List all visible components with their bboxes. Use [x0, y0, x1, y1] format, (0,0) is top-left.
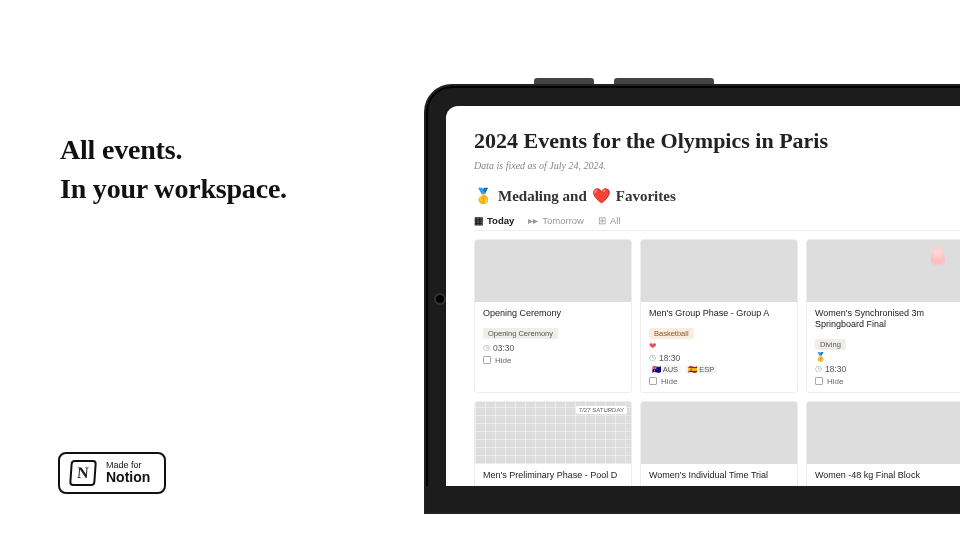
event-card[interactable]: Women's Individual Time Trial Cycling Ro… [640, 401, 798, 486]
ipad-device: 2024 Events for the Olympics in Paris Da… [424, 84, 960, 514]
event-card[interactable]: 7/27 SATURDAY Men's Preliminary Phase - … [474, 401, 632, 486]
card-title: Women's Individual Time Trial [649, 470, 789, 481]
card-time: 18:30 [649, 353, 789, 363]
gallery-icon: ▦ [474, 215, 483, 226]
event-card[interactable]: Women's Synchronised 3m Springboard Fina… [806, 239, 960, 393]
medal-icon: 🥇 [474, 187, 493, 205]
card-thumbnail [807, 402, 960, 464]
tab-all[interactable]: ⊞ All [598, 215, 621, 226]
notion-page: 2024 Events for the Olympics in Paris Da… [446, 106, 960, 486]
event-card[interactable]: Men's Group Phase - Group A Basketball ❤… [640, 239, 798, 393]
card-title: Men's Preliminary Phase - Pool D [483, 470, 623, 481]
card-thumbnail [807, 240, 960, 302]
flag-chip: 🇪🇸 ESP [685, 365, 717, 374]
flag-chip: 🇦🇺 AUS [649, 365, 681, 374]
card-thumbnail: 7/27 SATURDAY [475, 402, 631, 464]
event-card[interactable]: Women -48 kg Final Block Judo 🥇 23:30 [806, 401, 960, 486]
favorite-heart-icon: ❤ [649, 342, 789, 351]
notion-logo-icon: N [69, 460, 97, 486]
tab-label: All [610, 215, 621, 226]
section-text-1: Medaling and [498, 188, 587, 205]
hide-checkbox[interactable]: Hide [483, 356, 623, 365]
card-thumbnail [475, 240, 631, 302]
card-title: Men's Group Phase - Group A [649, 308, 789, 319]
tab-label: Tomorrow [542, 215, 584, 226]
sport-pill: Diving [815, 339, 846, 350]
made-for-notion-badge: N Made for Notion [58, 452, 166, 494]
medal-icon: 🥇 [815, 353, 955, 362]
hide-checkbox[interactable]: Hide [649, 377, 789, 386]
view-tabs: ▦ Today ▸▸ Tomorrow ⊞ All [474, 215, 960, 231]
section-text-2: Favorites [616, 188, 676, 205]
headline-line-2: In your workspace. [60, 169, 287, 208]
grid-icon: ⊞ [598, 215, 606, 226]
tab-today[interactable]: ▦ Today [474, 215, 514, 226]
card-time: 18:30 [815, 364, 955, 374]
event-card[interactable]: Opening Ceremony Opening Ceremony 03:30 … [474, 239, 632, 393]
section-title: 🥇 Medaling and ❤️ Favorites [474, 187, 960, 205]
sport-pill: Basketball [649, 328, 694, 339]
tab-label: Today [487, 215, 514, 226]
forward-icon: ▸▸ [528, 215, 538, 226]
card-flags: 🇦🇺 AUS 🇪🇸 ESP [649, 365, 789, 374]
ipad-camera-icon [436, 295, 444, 303]
page-title: 2024 Events for the Olympics in Paris [474, 128, 960, 154]
tab-tomorrow[interactable]: ▸▸ Tomorrow [528, 215, 584, 226]
card-thumbnail [641, 240, 797, 302]
card-title: Women -48 kg Final Block [815, 470, 955, 481]
hide-checkbox[interactable]: Hide [815, 377, 955, 386]
headline-line-1: All events. [60, 130, 287, 169]
heart-icon: ❤️ [592, 187, 611, 205]
marketing-headline: All events. In your workspace. [60, 130, 287, 208]
card-title: Women's Synchronised 3m Springboard Fina… [815, 308, 955, 330]
card-time: 03:30 [483, 343, 623, 353]
card-thumbnail [641, 402, 797, 464]
thumb-date-badge: 7/27 SATURDAY [576, 406, 627, 414]
card-title: Opening Ceremony [483, 308, 623, 319]
page-subtitle: Data is fixed as of July 24, 2024. [474, 160, 960, 171]
badge-big-text: Notion [106, 470, 150, 485]
sport-pill: Opening Ceremony [483, 328, 558, 339]
